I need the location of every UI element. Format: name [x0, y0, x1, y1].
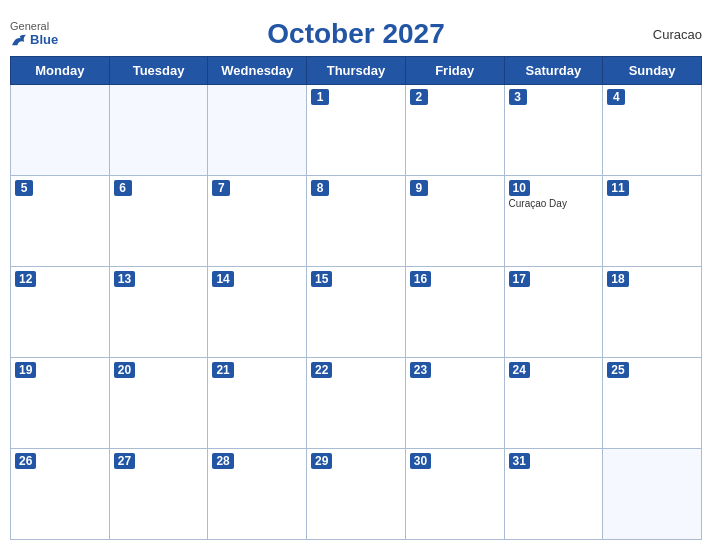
calendar-cell: 24 [504, 358, 603, 449]
calendar-cell: 5 [11, 176, 110, 267]
event-label: Curaçao Day [509, 198, 599, 209]
calendar-cell: 3 [504, 85, 603, 176]
day-number: 21 [212, 362, 233, 378]
day-number: 18 [607, 271, 628, 287]
day-number: 12 [15, 271, 36, 287]
day-number: 20 [114, 362, 135, 378]
calendar-cell: 25 [603, 358, 702, 449]
day-number: 15 [311, 271, 332, 287]
calendar-cell: 29 [307, 449, 406, 540]
page-header: General Blue October 2027 Curacao [10, 10, 702, 56]
day-number: 31 [509, 453, 530, 469]
day-number: 3 [509, 89, 527, 105]
calendar-header-friday: Friday [405, 57, 504, 85]
calendar-header-monday: Monday [11, 57, 110, 85]
calendar-cell: 10Curaçao Day [504, 176, 603, 267]
day-number: 27 [114, 453, 135, 469]
calendar-week-3: 12131415161718 [11, 267, 702, 358]
day-number: 14 [212, 271, 233, 287]
calendar-cell [11, 85, 110, 176]
calendar-cell: 1 [307, 85, 406, 176]
calendar-cell: 16 [405, 267, 504, 358]
calendar-cell: 12 [11, 267, 110, 358]
calendar-cell: 13 [109, 267, 208, 358]
day-number: 10 [509, 180, 530, 196]
day-number: 16 [410, 271, 431, 287]
calendar-header-sunday: Sunday [603, 57, 702, 85]
calendar-header-wednesday: Wednesday [208, 57, 307, 85]
logo-blue-text: Blue [10, 32, 58, 47]
calendar-cell: 7 [208, 176, 307, 267]
calendar-cell: 8 [307, 176, 406, 267]
calendar-week-2: 5678910Curaçao Day11 [11, 176, 702, 267]
day-number: 22 [311, 362, 332, 378]
calendar-header-tuesday: Tuesday [109, 57, 208, 85]
calendar-cell: 14 [208, 267, 307, 358]
calendar-cell: 18 [603, 267, 702, 358]
calendar-cell: 19 [11, 358, 110, 449]
day-number: 4 [607, 89, 625, 105]
calendar-cell [109, 85, 208, 176]
region-label: Curacao [653, 27, 702, 42]
calendar-cell: 21 [208, 358, 307, 449]
calendar-cell: 22 [307, 358, 406, 449]
calendar-cell: 20 [109, 358, 208, 449]
day-number: 30 [410, 453, 431, 469]
calendar-cell: 4 [603, 85, 702, 176]
logo-general-text: General [10, 21, 49, 32]
day-number: 11 [607, 180, 628, 196]
logo-bird-icon [10, 33, 28, 47]
calendar-header-thursday: Thursday [307, 57, 406, 85]
calendar-header-saturday: Saturday [504, 57, 603, 85]
calendar-cell: 27 [109, 449, 208, 540]
day-number: 24 [509, 362, 530, 378]
calendar-cell: 30 [405, 449, 504, 540]
calendar-header-row: MondayTuesdayWednesdayThursdayFridaySatu… [11, 57, 702, 85]
calendar-cell: 28 [208, 449, 307, 540]
calendar-cell: 17 [504, 267, 603, 358]
day-number: 6 [114, 180, 132, 196]
day-number: 19 [15, 362, 36, 378]
day-number: 2 [410, 89, 428, 105]
calendar-cell [208, 85, 307, 176]
day-number: 13 [114, 271, 135, 287]
logo: General Blue [10, 21, 58, 47]
calendar-table: MondayTuesdayWednesdayThursdayFridaySatu… [10, 56, 702, 540]
calendar-cell: 9 [405, 176, 504, 267]
day-number: 8 [311, 180, 329, 196]
day-number: 28 [212, 453, 233, 469]
calendar-week-4: 19202122232425 [11, 358, 702, 449]
day-number: 1 [311, 89, 329, 105]
day-number: 26 [15, 453, 36, 469]
calendar-week-5: 262728293031 [11, 449, 702, 540]
day-number: 25 [607, 362, 628, 378]
calendar-week-1: 1234 [11, 85, 702, 176]
day-number: 23 [410, 362, 431, 378]
calendar-cell: 31 [504, 449, 603, 540]
calendar-cell: 15 [307, 267, 406, 358]
calendar-cell: 23 [405, 358, 504, 449]
calendar-cell: 26 [11, 449, 110, 540]
day-number: 7 [212, 180, 230, 196]
day-number: 17 [509, 271, 530, 287]
calendar-cell [603, 449, 702, 540]
calendar-cell: 11 [603, 176, 702, 267]
day-number: 5 [15, 180, 33, 196]
calendar-cell: 2 [405, 85, 504, 176]
day-number: 9 [410, 180, 428, 196]
calendar-cell: 6 [109, 176, 208, 267]
page-title: October 2027 [267, 18, 444, 50]
day-number: 29 [311, 453, 332, 469]
